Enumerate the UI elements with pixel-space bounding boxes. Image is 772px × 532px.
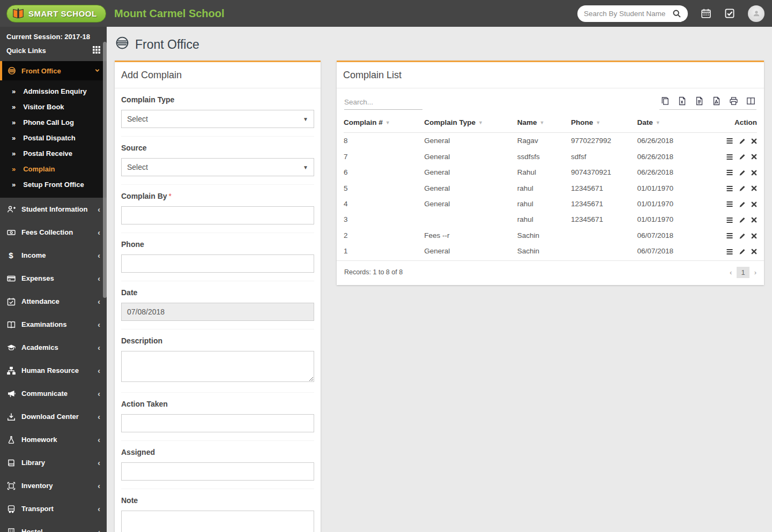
csv-icon[interactable] xyxy=(695,96,704,106)
excel-icon[interactable] xyxy=(678,96,687,106)
col-date[interactable]: Date▼ xyxy=(637,113,714,133)
sidebar-item-complain[interactable]: »Complain xyxy=(0,161,107,177)
chevron-left-icon: ‹ xyxy=(98,205,100,214)
avatar[interactable] xyxy=(748,5,764,22)
sidebar-item-academics[interactable]: Academics‹ xyxy=(0,336,107,359)
table-row: 1GeneralSachin06/07/2018 xyxy=(344,243,757,259)
note-group: Note xyxy=(121,489,314,532)
pdf-icon[interactable] xyxy=(712,96,721,106)
assigned-group: Assigned xyxy=(121,441,314,489)
note-textarea[interactable] xyxy=(121,511,314,532)
student-search-input[interactable] xyxy=(584,10,672,18)
delete-x-icon[interactable] xyxy=(751,249,757,254)
edit-pencil-icon[interactable] xyxy=(739,201,746,208)
quick-links[interactable]: Quick Links xyxy=(0,42,107,61)
list-icon[interactable] xyxy=(726,200,733,208)
delete-x-icon[interactable] xyxy=(751,233,757,239)
sidebar-item-homework[interactable]: Homework‹ xyxy=(0,428,107,451)
phone-input[interactable] xyxy=(121,254,314,273)
calendar-icon[interactable] xyxy=(701,8,711,19)
sidebar-item-inventory[interactable]: Inventory‹ xyxy=(0,474,107,497)
sidebar-item-transport[interactable]: Transport‹ xyxy=(0,497,107,520)
edit-pencil-icon[interactable] xyxy=(739,138,746,145)
phone-label: Phone xyxy=(121,240,314,249)
grid-icon[interactable] xyxy=(93,46,100,55)
table-row: 6GeneralRahul907437092106/26/2018 xyxy=(344,164,757,180)
sidebar-item-student-information[interactable]: Student Information‹ xyxy=(0,198,107,221)
complain-by-label: Complain By xyxy=(121,192,167,200)
list-icon[interactable] xyxy=(726,216,733,224)
delete-x-icon[interactable] xyxy=(751,138,757,144)
sidebar-item-examinations[interactable]: Examinations‹ xyxy=(0,313,107,336)
list-icon[interactable] xyxy=(726,137,733,145)
action-taken-input[interactable] xyxy=(121,414,314,432)
graduation-cap-icon xyxy=(6,343,16,352)
app-logo[interactable]: SMART SCHOOL xyxy=(0,5,107,23)
sidebar-item-front-office[interactable]: Front Office xyxy=(0,61,107,80)
delete-x-icon[interactable] xyxy=(751,201,757,207)
sidebar-item-download-center[interactable]: Download Center‹ xyxy=(0,405,107,428)
sidebar-scrollbar[interactable] xyxy=(103,42,107,298)
assigned-label: Assigned xyxy=(121,448,314,456)
sidebar-item-phone-call-log[interactable]: »Phone Call Log xyxy=(0,115,107,130)
copy-icon[interactable] xyxy=(660,96,670,106)
sidebar-item-postal-receive[interactable]: »Postal Receive xyxy=(0,146,107,161)
sidebar-item-postal-dispatch[interactable]: »Postal Dispatch xyxy=(0,130,107,146)
sidebar-item-visitor-book[interactable]: »Visitor Book xyxy=(0,99,107,115)
edit-pencil-icon[interactable] xyxy=(739,169,746,176)
tasks-icon[interactable] xyxy=(724,8,735,19)
complain-by-input[interactable] xyxy=(121,206,314,224)
source-select[interactable]: Select ▼ xyxy=(121,158,314,176)
chevron-left-icon: ‹ xyxy=(98,528,100,532)
delete-x-icon[interactable] xyxy=(751,185,757,191)
chevron-left-icon: ‹ xyxy=(98,436,100,444)
student-search[interactable] xyxy=(577,5,688,22)
assigned-input[interactable] xyxy=(121,462,314,481)
quick-links-label: Quick Links xyxy=(6,47,46,55)
complain-type-select[interactable]: Select ▼ xyxy=(121,110,314,128)
sidebar-item-income[interactable]: $ Income‹ xyxy=(0,244,107,267)
list-icon[interactable] xyxy=(726,169,733,176)
prev-page-button[interactable]: ‹ xyxy=(730,268,732,276)
sidebar-item-expenses[interactable]: Expenses‹ xyxy=(0,267,107,290)
list-search-input[interactable] xyxy=(344,96,422,110)
list-icon[interactable] xyxy=(726,153,733,161)
columns-icon[interactable] xyxy=(746,96,755,106)
col-complain-id[interactable]: Complain #▼ xyxy=(344,113,424,133)
table-header-row: Complain #▼ Complain Type▼ Name▼ Phone▼ … xyxy=(344,113,757,133)
description-textarea[interactable] xyxy=(121,351,314,382)
double-arrow-icon: » xyxy=(12,103,16,111)
edit-pencil-icon[interactable] xyxy=(739,248,746,255)
sidebar-item-hostel[interactable]: Hostel‹ xyxy=(0,520,107,532)
edit-pencil-icon[interactable] xyxy=(739,153,746,160)
records-count: Records: 1 to 8 of 8 xyxy=(344,268,403,276)
delete-x-icon[interactable] xyxy=(751,154,757,160)
col-complain-type[interactable]: Complain Type▼ xyxy=(424,113,517,133)
sidebar-item-human-resource[interactable]: Human Resource‹ xyxy=(0,359,107,382)
edit-pencil-icon[interactable] xyxy=(739,216,746,223)
list-icon[interactable] xyxy=(726,248,733,256)
col-phone[interactable]: Phone▼ xyxy=(571,113,637,133)
next-page-button[interactable]: › xyxy=(754,268,756,276)
page-number[interactable]: 1 xyxy=(737,267,749,278)
sidebar-item-setup-front-office[interactable]: »Setup Front Office xyxy=(0,177,107,192)
list-icon[interactable] xyxy=(726,232,733,239)
sidebar-item-fees-collection[interactable]: Fees Collection‹ xyxy=(0,221,107,244)
credit-card-icon xyxy=(6,274,16,283)
list-icon[interactable] xyxy=(726,185,733,192)
print-icon[interactable] xyxy=(729,96,738,106)
col-name[interactable]: Name▼ xyxy=(517,113,571,133)
sidebar-item-communicate[interactable]: Communicate‹ xyxy=(0,382,107,405)
sidebar-item-library[interactable]: Library‹ xyxy=(0,451,107,474)
action-taken-group: Action Taken xyxy=(121,393,314,441)
sidebar-item-attendance[interactable]: Attendance‹ xyxy=(0,290,107,313)
date-input[interactable] xyxy=(121,303,314,321)
page-title: Front Office xyxy=(107,27,772,61)
edit-pencil-icon[interactable] xyxy=(739,233,746,239)
delete-x-icon[interactable] xyxy=(751,170,757,176)
note-label: Note xyxy=(121,496,314,505)
delete-x-icon[interactable] xyxy=(751,217,757,223)
search-icon[interactable] xyxy=(672,9,681,18)
edit-pencil-icon[interactable] xyxy=(739,185,746,192)
sidebar-item-admission-enquiry[interactable]: »Admission Enquiry xyxy=(0,84,107,99)
